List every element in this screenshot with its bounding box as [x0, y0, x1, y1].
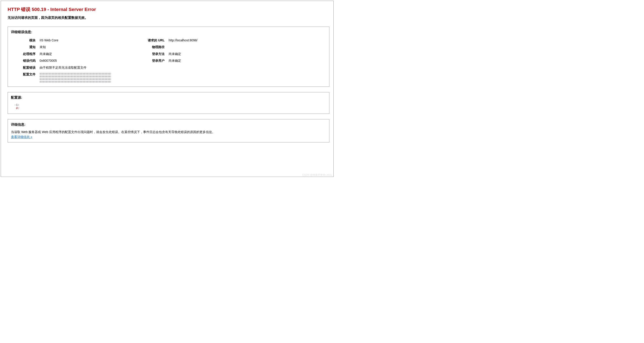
label-logon-method: 登录方法 [138, 52, 168, 56]
page-subtitle: 无法访问请求的页面，因为该页的相关配置数据无效。 [8, 16, 330, 20]
value-error-code: 0x80070005 [40, 58, 134, 63]
row-handler: 处理程序 尚未确定 [13, 50, 134, 57]
label-handler: 处理程序 [13, 52, 40, 56]
label-module: 模块 [13, 38, 40, 43]
row-error-code: 错误代码 0x80070005 [13, 57, 134, 64]
label-error-code: 错误代码 [13, 58, 40, 63]
more-info-box: 详细信息: 当读取 Web 服务器或 Web 应用程序的配置文件出现问题时，就会… [8, 119, 330, 142]
details-columns: 模块 IIS Web Core 通知 未知 处理程序 尚未确定 错误代码 0x8… [11, 37, 326, 84]
redacted-path [40, 72, 111, 82]
row-config-error: 配置错误 由于权限不足而无法读取配置文件 [13, 64, 134, 71]
more-info-heading: 详细信息: [11, 122, 326, 127]
value-module: IIS Web Core [40, 38, 134, 43]
value-logon-method: 尚未确定 [168, 52, 326, 56]
row-logon-method: 登录方法 尚未确定 [138, 50, 326, 57]
value-notification: 未知 [40, 44, 134, 50]
row-config-file: 配置文件 [13, 71, 134, 84]
details-left-column: 模块 IIS Web Core 通知 未知 处理程序 尚未确定 错误代码 0x8… [11, 37, 134, 84]
label-notification: 通知 [13, 44, 40, 50]
row-physical-path: 物理路径 [138, 44, 326, 50]
row-notification: 通知 未知 [13, 44, 134, 50]
watermark-text: CSDN @终极开发Mr.zhou [302, 173, 332, 177]
config-source-body: -1: 0: [11, 102, 326, 110]
row-module: 模块 IIS Web Core [13, 37, 134, 44]
value-config-error: 由于权限不足而无法读取配置文件 [40, 65, 134, 70]
config-source-line-neg1: -1: [14, 103, 325, 107]
label-logon-user: 登录用户 [138, 58, 168, 63]
config-source-box: 配置源: -1: 0: [8, 92, 330, 114]
more-info-link[interactable]: 查看详细信息 » [11, 135, 32, 139]
row-requested-url: 请求的 URL http://localhost:8098/ [138, 37, 326, 44]
details-right-column: 请求的 URL http://localhost:8098/ 物理路径 登录方法… [134, 37, 326, 84]
label-config-file: 配置文件 [13, 72, 40, 77]
label-config-error: 配置错误 [13, 65, 40, 70]
row-logon-user: 登录用户 尚未确定 [138, 57, 326, 64]
label-requested-url: 请求的 URL [138, 38, 168, 43]
value-handler: 尚未确定 [40, 52, 134, 56]
config-source-line-0: 0: [14, 107, 325, 110]
more-info-text: 当读取 Web 服务器或 Web 应用程序的配置文件出现问题时，就会发生此错误。… [11, 130, 326, 134]
value-requested-url: http://localhost:8098/ [168, 38, 326, 43]
error-page-container: HTTP 错误 500.19 - Internal Server Error 无… [1, 1, 334, 177]
value-logon-user: 尚未确定 [168, 58, 326, 63]
value-config-file [40, 72, 134, 82]
label-physical-path: 物理路径 [138, 44, 168, 50]
config-source-heading: 配置源: [11, 96, 326, 100]
details-box: 详细错误信息: 模块 IIS Web Core 通知 未知 处理程序 尚未确定 … [8, 26, 330, 87]
page-title: HTTP 错误 500.19 - Internal Server Error [8, 6, 330, 12]
details-heading: 详细错误信息: [11, 30, 326, 34]
